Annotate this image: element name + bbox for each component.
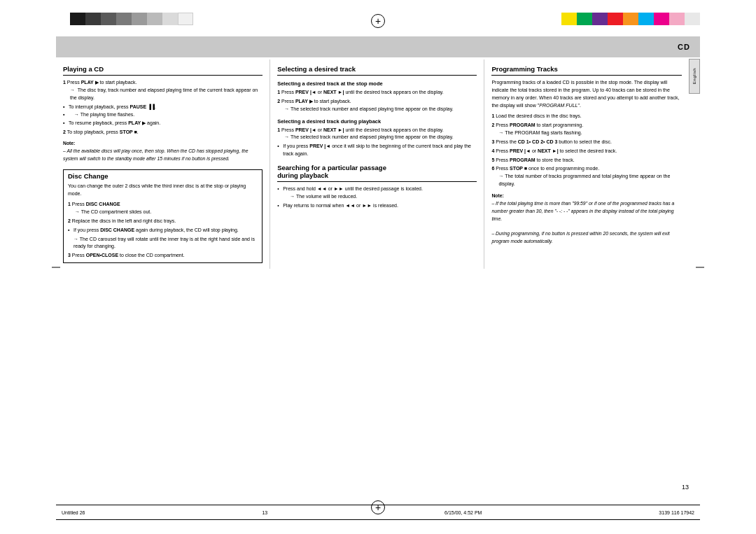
swatch-gray <box>116 13 132 25</box>
sel-play-bullet: If you press PREV |◄ once it will skip t… <box>277 143 477 158</box>
cd-label: CD <box>678 43 690 51</box>
page-number: 13 <box>682 484 689 491</box>
content-area: Playing a CD 1 Press PLAY ▶ to start pla… <box>56 59 689 492</box>
playing-cd-title: Playing a CD <box>63 65 262 76</box>
selecting-playback-title: Selecting a desired track during playbac… <box>277 118 477 125</box>
programming-intro: Programming tracks of a loaded CD is pos… <box>491 79 682 109</box>
selecting-stop-title: Selecting a desired track at the stop mo… <box>277 80 477 87</box>
prog-4: 4 Press PREV |◄ or NEXT ►| to select the… <box>491 148 682 155</box>
disc-change-steps: 1 Press DISC CHANGE → The CD compartment… <box>68 201 258 260</box>
color-bar-left <box>70 13 193 25</box>
sel-play-1: 1 Press PREV |◄ or NEXT ►| until the des… <box>277 127 477 142</box>
playing-cd-section: Playing a CD 1 Press PLAY ▶ to start pla… <box>63 65 262 162</box>
searching-section: Searching for a particular passageduring… <box>277 164 477 210</box>
prog-6: 6 Press STOP ■ once to end programming m… <box>491 165 682 188</box>
bullet-prev: If you press PREV |◄ once it will skip t… <box>277 143 477 158</box>
selecting-stop-subsection: Selecting a desired track at the stop mo… <box>277 80 477 113</box>
selecting-title: Selecting a desired track <box>277 65 477 76</box>
step-1: 1 Press PLAY ▶ to start playback. → The … <box>63 79 262 102</box>
sel-play-bullet-list: If you press PREV |◄ once it will skip t… <box>277 143 477 158</box>
swatch-mid-gray <box>132 13 147 25</box>
english-tab-label: English <box>692 68 696 84</box>
color-bar-right <box>561 13 700 25</box>
swatch-magenta <box>654 13 669 25</box>
selecting-stop-steps: 1 Press PREV |◄ or NEXT ►| until the des… <box>277 89 477 113</box>
disc-change-intro: You can change the outer 2 discs while t… <box>68 183 258 198</box>
playing-cd-steps: 1 Press PLAY ▶ to start playback. → The … <box>63 79 262 136</box>
disc-bullet: If you press DISC CHANGE again during pl… <box>68 227 258 251</box>
col-playing-cd: Playing a CD 1 Press PLAY ▶ to start pla… <box>56 59 270 269</box>
swatch-pink <box>669 13 685 25</box>
registration-mark-top <box>371 14 385 28</box>
searching-steps: Press and hold ◄◄ or ►► until the desire… <box>277 185 477 210</box>
step-bullets: To interrupt playback, press PAUSE ▐▐. →… <box>63 104 262 128</box>
step-2: 2 To stop playback, press STOP ■. <box>63 129 262 136</box>
disc-change-section: Disc Change You can change the outer 2 d… <box>63 169 262 263</box>
disc-step-2: 2 Replace the discs in the left and righ… <box>68 218 258 225</box>
footer-right: 3139 116 17942 <box>659 510 694 515</box>
bullet-resume: To resume playback, press PLAY ▶ again. <box>63 120 262 127</box>
col-programming: Programming Tracks Programming tracks of… <box>484 59 689 269</box>
disc-change-title: Disc Change <box>68 172 258 180</box>
footer-left: Untitled 26 <box>62 510 85 515</box>
playing-cd-note: Note: – All the available discs will pla… <box>63 140 262 163</box>
disc-step-3: 3 Press OPEN•CLOSE to close the CD compa… <box>68 252 258 260</box>
swatch-black <box>70 13 85 25</box>
sel-stop-2: 2 Press PLAY ▶ to start playback. → The … <box>277 98 477 113</box>
swatch-yellow <box>561 13 577 25</box>
programming-notes: Note: – If the total playing time is mor… <box>491 192 682 246</box>
prog-2: 2 Press PROGRAM to start programming. → … <box>491 122 682 137</box>
swatch-red <box>608 13 623 25</box>
programming-title: Programming Tracks <box>491 65 682 76</box>
english-tab: English <box>689 59 700 94</box>
bullet-interrupt: To interrupt playback, press PAUSE ▐▐. <box>63 104 262 111</box>
footer-date: 6/15/00, 4:52 PM <box>444 510 482 515</box>
bullet-disc-change: If you press DISC CHANGE again during pl… <box>68 227 258 234</box>
disc-change-bullet-list: If you press DISC CHANGE again during pl… <box>68 227 258 234</box>
swatch-orange <box>623 13 638 25</box>
selecting-playback-steps: 1 Press PREV |◄ or NEXT ►| until the des… <box>277 127 477 158</box>
swatch-green <box>577 13 592 25</box>
footer: Untitled 26 13 6/15/00, 4:52 PM 3139 116… <box>56 505 700 520</box>
swatch-lighter-gray <box>162 13 178 25</box>
swatch-white <box>178 13 193 25</box>
swatch-cyan <box>638 13 654 25</box>
swatch-light-gray <box>147 13 162 25</box>
interrupt-bullets: To interrupt playback, press PAUSE ▐▐. →… <box>63 104 262 128</box>
prog-3: 3 Press the CD 1• CD 2• CD 3 button to s… <box>491 139 682 146</box>
bullet-flash: → The playing time flashes. <box>63 111 262 119</box>
prog-5: 5 Press PROGRAM to store the track. <box>491 157 682 164</box>
programming-steps: 1 Load the desired discs in the disc tra… <box>491 113 682 188</box>
swatch-mid-dark-gray <box>101 13 116 25</box>
search-bullet-2: Play returns to normal when ◄◄ or ►► is … <box>277 202 477 210</box>
sel-stop-1: 1 Press PREV |◄ or NEXT ►| until the des… <box>277 89 477 97</box>
selecting-playback-subsection: Selecting a desired track during playbac… <box>277 118 477 158</box>
columns: Playing a CD 1 Press PLAY ▶ to start pla… <box>56 59 689 269</box>
swatch-dark-gray <box>85 13 101 25</box>
col-selecting: Selecting a desired track Selecting a de… <box>270 59 484 269</box>
footer-center: 13 <box>262 510 267 515</box>
header-bar: CD <box>56 36 700 57</box>
search-bullet-1: Press and hold ◄◄ or ►► until the desire… <box>277 185 477 201</box>
swatch-pale-gray <box>685 13 700 25</box>
disc-step-1: 1 Press DISC CHANGE → The CD compartment… <box>68 201 258 216</box>
side-mark-right <box>696 267 704 267</box>
swatch-purple <box>592 13 608 25</box>
prog-1: 1 Load the desired discs in the disc tra… <box>491 113 682 120</box>
searching-title: Searching for a particular passageduring… <box>277 164 477 182</box>
